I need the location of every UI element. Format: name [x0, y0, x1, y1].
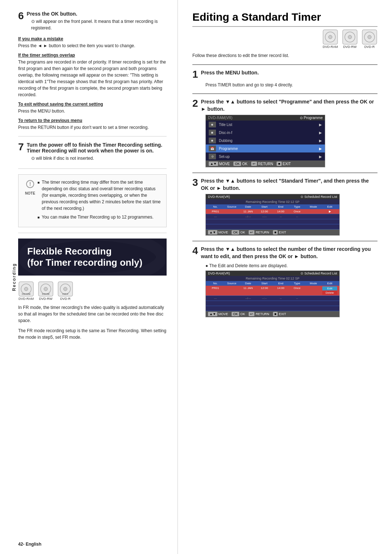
divider3	[18, 233, 167, 233]
flexible-title: Flexible Recording	[27, 246, 158, 257]
step3-row0-date: 11 JAN	[241, 210, 256, 213]
step1-title: Press the MENU button.	[201, 69, 259, 77]
svg-text:DVD-RW: DVD-RW	[42, 293, 50, 295]
step2-menu-label-1: Disc-in-f	[219, 131, 232, 135]
step3-row2-edit	[322, 220, 337, 223]
step3-btn-exit: ■ EXIT	[273, 230, 286, 235]
right-step3: 3 Press the ▼▲ buttons to select "Standa…	[192, 178, 377, 236]
disc-r-right-icon	[362, 29, 377, 45]
step3-row-0: PR01 11 JAN 12:00 14:00 Once ▶	[206, 209, 339, 214]
note-block: NOTE The timer recording time may differ…	[18, 174, 167, 227]
step4-row-2	[206, 301, 339, 306]
step7-bullet1: ⊙ will blink if disc is not inserted.	[31, 155, 167, 162]
step3-exit-icon: ■	[273, 230, 278, 235]
disc-dvd-r-left: DVD-R DVD-R	[57, 281, 73, 301]
flexible-body2: The FR mode recording setup is the same …	[18, 327, 167, 341]
step3-row1-source	[224, 215, 239, 218]
step3-screen-subtitle: Remaining Recording Time 02:12 SP	[206, 199, 339, 204]
step4-ok-icon: OK	[232, 312, 239, 316]
delete-btn[interactable]: Delete	[322, 291, 337, 295]
step3-row2-no	[208, 220, 223, 223]
step3-btn-move: ▲▼ MOVE	[208, 230, 228, 235]
step3-btn-return: ↩ RETURN	[249, 230, 269, 235]
step3-screen-top: DVD-RAM(VR) ⊙ Scheduled Record List	[206, 194, 339, 199]
step2-menu-arrow-1: ▶	[319, 131, 322, 135]
step6-title: Press the OK button.	[27, 11, 167, 17]
step3-row0-edit: ▶	[322, 210, 337, 213]
step2-menu-arrow-4: ▶	[319, 155, 322, 159]
disc-dvd-ram-right: DVD-RAM	[322, 29, 338, 49]
step4-return-icon: ↩	[249, 312, 254, 316]
step3-row3-type	[290, 225, 305, 228]
step2-title: Press the ▼▲ buttons to select "Programm…	[201, 98, 377, 113]
divider2	[18, 168, 167, 169]
step2-menu-icon-0: ⏺	[209, 122, 216, 127]
step3-col-no: No.	[208, 205, 223, 208]
disc-rw-label-left: DVD-RW	[39, 297, 53, 301]
step2-btn-return: ↩ RETURN	[251, 162, 273, 166]
step2-screen-topbar: DVD-RAM(VR) ⊙ Programme	[206, 115, 325, 121]
step2-menu-label-3: Programme	[219, 147, 238, 151]
disc-r-icon: DVD-R	[57, 281, 73, 297]
flexible-subtitle: (for Timer recording only)	[27, 257, 158, 268]
svg-point-24	[368, 35, 371, 39]
step7-number: 7	[18, 142, 24, 152]
step4-col-date: Date	[241, 282, 256, 285]
step3-num: 3	[192, 178, 198, 188]
step3-row3-end	[273, 225, 288, 228]
step3-row2-type	[290, 220, 305, 223]
step2-menu-arrow-2: ▶	[319, 139, 322, 143]
step2-menu-arrow-0: ▶	[319, 123, 322, 127]
step1-num: 1	[192, 69, 198, 80]
step6-block: 6 Press the OK button. ⊙ will appear on …	[18, 11, 167, 131]
step3-row3-mode	[306, 225, 321, 228]
step3-row2-source	[224, 220, 239, 223]
step2-menu-label-2: Dubbing	[219, 139, 232, 143]
right-page-title: Editing a Standard Timer	[192, 11, 377, 27]
step2-menu-item-2: ⏺ Dubbing ▶	[206, 137, 325, 144]
step3-btn-ok: OK OK	[232, 230, 245, 235]
step4-row-3	[206, 306, 339, 311]
disc-icons-right: DVD-RAM DVD-RW DVD-R	[192, 29, 377, 49]
step4-col-end: End	[273, 282, 288, 285]
disc-r-right-label: DVD-R	[364, 45, 375, 49]
step4-screen-header: No. Source Date Start End Type Mode Edit	[206, 281, 339, 286]
step4-col-mode: Mode	[306, 282, 321, 285]
step3-row0-start: 12:00	[257, 210, 272, 213]
right-step1: 1 Press the MENU button. Press TIMER but…	[192, 69, 377, 88]
step6-sub3: To exit without saving the current setti…	[18, 102, 167, 114]
svg-point-10	[44, 287, 48, 291]
disc-ram-right-icon	[322, 29, 338, 45]
flexible-recording-box: Flexible Recording (for Timer recording …	[18, 239, 167, 276]
step2-menu-item-4: ⚙ Set-up ▶	[206, 152, 325, 160]
right-column: Editing a Standard Timer DVD-RAM DVD-RW	[178, 0, 392, 554]
step4-row0-source	[224, 286, 239, 295]
step3-row1-no: ---	[208, 215, 223, 218]
svg-point-21	[348, 35, 352, 39]
step3-title: Press the ▼▲ buttons to select "Standard…	[201, 178, 377, 192]
step4-col-no: No.	[208, 282, 223, 285]
step4-btn-exit: ■ EXIT	[273, 312, 286, 316]
step2-screen: DVD-RAM(VR) ⊙ Programme ⏺ Title List ▶ ⏹…	[205, 115, 325, 167]
disc-rw-icon: DVD-RW	[38, 281, 54, 297]
disc-ram-icon: DVD-RAM	[18, 281, 34, 297]
note-item-1: The timer recording time may differ from…	[37, 179, 162, 212]
edit-btn[interactable]: Edit	[322, 286, 337, 290]
right-divider0	[192, 64, 377, 65]
step4-screen-bottombar: ▲▼ MOVE OK OK ↩ RETURN ■ EXIT	[206, 311, 339, 317]
note-icon-container: NOTE	[23, 179, 37, 223]
step3-col-type: Type	[290, 205, 305, 208]
step3-row3-edit	[322, 225, 337, 228]
step3-row-2	[206, 219, 339, 224]
step3-col-edit: Edit	[322, 205, 337, 208]
right-step2: 2 Press the ▼▲ buttons to select "Progra…	[192, 98, 377, 167]
disc-dvd-r-right: DVD-R	[362, 29, 377, 49]
step6-number: 6	[18, 11, 24, 21]
step3-col-end: End	[273, 205, 288, 208]
sidebar-recording-label: Recording	[12, 263, 17, 291]
step2-menu-item-0: ⏺ Title List ▶	[206, 121, 325, 129]
disc-rw-right-label: DVD-RW	[343, 45, 357, 49]
step2-menu-item-3: 📅 Programme ▶	[206, 144, 325, 152]
page-footer: 42- English	[18, 542, 41, 547]
step3-row0-no: PR01	[208, 210, 223, 213]
